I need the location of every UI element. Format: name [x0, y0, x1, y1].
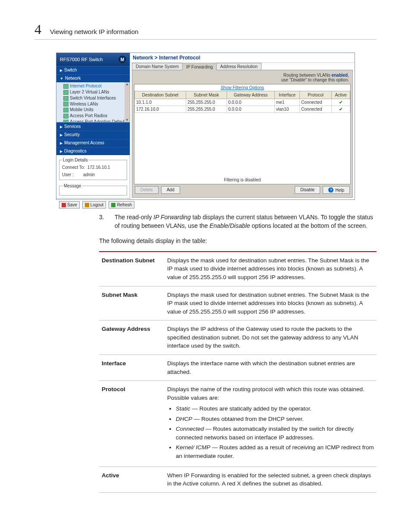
step-3: 3. The read-only IP Forwarding tab displ…: [99, 213, 377, 230]
connect-to-value: 172.16.10.1: [87, 165, 110, 170]
scroll-up-icon[interactable]: ▲: [125, 82, 129, 86]
routing-status-note: Routing between VLANs enabled, use "Disa…: [134, 72, 351, 83]
table-row[interactable]: 172.16.10.0 255.255.255.0 0.0.0.0 vlan10…: [135, 106, 350, 113]
folder-icon: [63, 90, 68, 95]
step-text: The read-only IP Forwarding tab displays…: [115, 213, 377, 230]
show-filtering-link[interactable]: Show Filtering Options: [134, 84, 350, 91]
tree-item[interactable]: Switch Virtual Interfaces: [63, 95, 130, 101]
message-box: Message: [59, 184, 127, 196]
main-panel: Network > Internet Protocol Domain Name …: [130, 53, 355, 199]
description-table: Destination Subnet Displays the mask use…: [99, 251, 377, 493]
caret-right-icon: ▶: [60, 141, 62, 145]
col-gateway[interactable]: Gateway Address: [227, 91, 274, 99]
filter-status: Filtering is disabled: [134, 176, 350, 184]
nav-network[interactable]: ▼Network: [56, 74, 130, 82]
refresh-icon: [111, 203, 115, 207]
tree-item[interactable]: Access Port Radios: [63, 113, 130, 119]
nav-management-access[interactable]: ▶Management Access: [56, 139, 130, 147]
sidebar-toolbar: Save Logout Refresh: [56, 198, 130, 211]
col-protocol[interactable]: Protocol: [300, 91, 332, 99]
tree-item-internet-protocol[interactable]: Internet Protocol: [63, 83, 130, 89]
desc-key: Subnet Mask: [99, 286, 165, 320]
list-item: Static — Routes are statically added by …: [176, 404, 374, 413]
save-button[interactable]: Save: [59, 201, 80, 208]
desc-key: Destination Subnet: [99, 252, 165, 286]
desc-key: Gateway Address: [99, 320, 165, 355]
col-active[interactable]: Active: [332, 91, 350, 99]
table-intro: The following details display in the tab…: [99, 236, 377, 245]
folder-icon: [63, 108, 68, 112]
tree-item[interactable]: Layer 2 Virtual LANs: [63, 89, 130, 95]
nav-security[interactable]: ▶Security: [56, 131, 130, 139]
refresh-button[interactable]: Refresh: [109, 201, 134, 208]
login-legend: Login Details: [62, 158, 89, 162]
caret-right-icon: ▶: [60, 133, 62, 137]
product-name: RFS7000 RF Switch: [60, 57, 103, 62]
desc-key: Interface: [99, 355, 165, 380]
list-item: DHCP — Routes obtained from the DHCP ser…: [176, 415, 374, 423]
list-item: Connected — Routes automatically install…: [176, 425, 374, 442]
app-screenshot: RFS7000 RF Switch M ▶Switch ▼Network Int…: [56, 53, 355, 200]
check-icon: ✔: [333, 100, 349, 105]
folder-icon: [63, 114, 68, 118]
nav-diagnostics[interactable]: ▶Diagnostics: [56, 147, 130, 155]
scroll-down-icon[interactable]: ▼: [125, 118, 129, 122]
tree-item[interactable]: Mobile Units: [63, 107, 130, 113]
protocol-list: Static — Routes are statically added by …: [167, 404, 374, 460]
routes-table: Destination Subnet Subnet Mask Gateway A…: [134, 91, 350, 113]
motorola-logo-icon: M: [118, 56, 126, 63]
desc-val: Displays the name of the routing protoco…: [165, 381, 377, 467]
add-button[interactable]: Add: [161, 186, 180, 194]
message-legend: Message: [63, 184, 82, 188]
help-button[interactable]: ?Help: [323, 186, 350, 194]
check-icon: ✔: [333, 107, 349, 112]
breadcrumb: Network > Internet Protocol: [130, 53, 355, 63]
caret-right-icon: ▶: [60, 149, 62, 153]
help-icon: ?: [328, 187, 333, 193]
logout-button[interactable]: Logout: [82, 201, 106, 208]
list-item: Kernel/ ICMP — Routes added as a result …: [176, 443, 374, 460]
user-value: admin: [83, 172, 95, 177]
folder-icon: [63, 102, 68, 106]
tree-item[interactable]: Wireless LANs: [63, 101, 130, 107]
routes-grid: Show Filtering Options Destination Subne…: [134, 84, 351, 184]
col-dest-subnet[interactable]: Destination Subnet: [135, 91, 186, 99]
desc-row: Interface Displays the interface name wi…: [99, 355, 377, 380]
tree-item[interactable]: Access Port Adoption Defaults: [63, 119, 130, 122]
desc-row: Destination Subnet Displays the mask use…: [99, 252, 377, 286]
scrollbar[interactable]: ▲ ▼: [125, 82, 130, 122]
caret-down-icon: ▼: [60, 77, 63, 81]
tab-bar: Domain Name System IP Forwarding Address…: [130, 63, 355, 70]
disable-button[interactable]: Disable: [295, 186, 320, 194]
nav-tree: Internet Protocol Layer 2 Virtual LANs S…: [56, 82, 130, 122]
chapter-number: 4: [34, 22, 41, 37]
desc-row: Gateway Address Displays the IP address …: [99, 320, 377, 355]
nav-switch[interactable]: ▶Switch: [56, 66, 130, 74]
logout-icon: [85, 203, 89, 207]
table-row[interactable]: 10.1.1.0 255.255.255.0 0.0.0.0 me1 Conne…: [135, 99, 350, 106]
caret-right-icon: ▶: [60, 125, 62, 129]
table-header-row: Destination Subnet Subnet Mask Gateway A…: [135, 91, 350, 99]
tab-ip-forwarding[interactable]: IP Forwarding: [182, 63, 217, 70]
delete-button[interactable]: Delete: [135, 186, 159, 194]
desc-row: Subnet Mask Displays the mask used for d…: [99, 286, 377, 320]
desc-val: Displays the IP address of the Gateway u…: [165, 320, 377, 355]
sidebar: RFS7000 RF Switch M ▶Switch ▼Network Int…: [56, 53, 130, 199]
desc-key: Protocol: [99, 381, 165, 467]
desc-val: When IP Forwarding is enabled for the se…: [165, 467, 377, 492]
nav-services[interactable]: ▶Services: [56, 122, 130, 131]
tab-dns[interactable]: Domain Name System: [132, 63, 183, 70]
col-interface[interactable]: Interface: [274, 91, 300, 99]
tab-address-resolution[interactable]: Address Resolution: [216, 63, 262, 70]
chapter-title: Viewing network IP information: [50, 28, 138, 35]
desc-val: Displays the mask used for destination s…: [165, 252, 377, 286]
folder-icon: [63, 84, 68, 89]
brand-bar: RFS7000 RF Switch M: [56, 53, 130, 66]
desc-row: Protocol Displays the name of the routin…: [99, 381, 377, 467]
login-details: Login Details Connect To: 172.16.10.1 Us…: [59, 158, 127, 180]
caret-right-icon: ▶: [60, 68, 62, 72]
col-subnet-mask[interactable]: Subnet Mask: [186, 91, 227, 99]
desc-val: Displays the interface name with which t…: [165, 355, 377, 380]
page-header: 4 Viewing network IP information: [34, 22, 377, 40]
desc-key: Active: [99, 467, 165, 492]
